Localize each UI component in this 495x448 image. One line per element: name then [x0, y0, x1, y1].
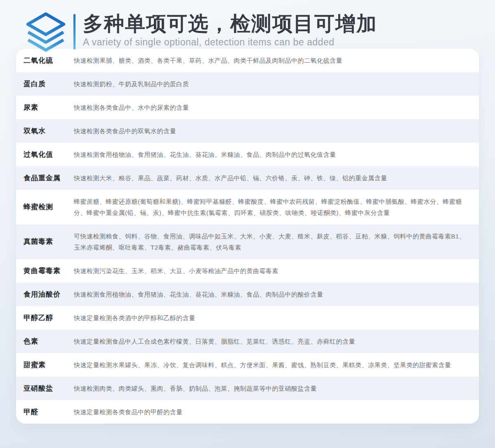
table-row: 尿素 快速检测各类食品中、水中的尿素的含量 — [16, 96, 479, 119]
page-header: 多种单项可选，检测项目可增加 A variety of single optio… — [0, 0, 495, 47]
row-label: 甜蜜素 — [24, 360, 74, 370]
row-description: 快速检测肉类、肉类罐头、熏肉、香肠、奶制品、泡菜、腌制蔬菜等中的亚硝酸盐含量 — [74, 383, 467, 394]
table-row: 蛋白质 快速检测奶粉、牛奶及乳制品中的蛋白质 — [16, 72, 479, 96]
table-row: 二氧化硫 快速检测果脯、糖类、酒类、各类干果、草药、水产品、肉类干鲜品及肉制品中… — [16, 49, 479, 72]
row-label: 过氧化值 — [24, 150, 74, 160]
row-description: 快速定量检测各类酒中的甲醇和乙醇的含量 — [74, 312, 467, 323]
table-row: 黄曲霉毒素 快速检测污染花生、玉米、稻米、大豆、小麦等粮油产品中的黄曲霉毒素 — [16, 259, 479, 283]
row-description: 快速检测各类食品中、水中的尿素的含量 — [74, 102, 467, 113]
row-description: 快速检测各类食品中的双氧水的含量 — [74, 125, 467, 137]
row-description: 蜂蜜蔗糖、蜂蜜还原糖(葡萄糖和果糖)、蜂蜜羟甲基糠醛、蜂蜜酸度、蜂蜜中农药残留、… — [74, 196, 467, 218]
table-row: 食品重金属 快速检测大米、粮谷、果品、蔬菜、药材、水质、水产品中铅、镉、六价铬、… — [16, 166, 479, 190]
row-label: 蛋白质 — [24, 79, 74, 89]
table-row: 甲醇乙醇 快速定量检测各类酒中的甲醇和乙醇的含量 — [16, 306, 479, 330]
row-description: 快速检测食用植物油、食用猪油、花生油、葵花油、米糠油、食品、肉制品中的酸价含量 — [74, 289, 467, 300]
row-label: 食品重金属 — [24, 173, 74, 183]
row-label: 尿素 — [24, 103, 74, 113]
row-label: 甲醛 — [24, 407, 74, 417]
title-block: 多种单项可选，检测项目可增加 A variety of single optio… — [83, 12, 377, 48]
row-description: 可快速检测粮食、饲料、谷物、食用油、调味品中如玉米、大米、小麦、大麦、糙米、麸皮… — [74, 231, 467, 253]
row-description: 快速定量检测食品中人工合成色素柠檬黄、日落黄、胭脂红、苋菜红、诱惑红、亮蓝、赤藓… — [74, 336, 467, 347]
table-row: 亚硝酸盐 快速检测肉类、肉类罐头、熏肉、香肠、奶制品、泡菜、腌制蔬菜等中的亚硝酸… — [16, 377, 479, 400]
row-description: 快速检测食用植物油、食用猪油、花生油、葵花油、米糠油、食品、肉制品中的过氧化值含… — [74, 149, 467, 160]
table-row: 双氧水 快速检测各类食品中的双氧水的含量 — [16, 119, 479, 143]
detection-table: 二氧化硫 快速检测果脯、糖类、酒类、各类干果、草药、水产品、肉类干鲜品及肉制品中… — [16, 49, 479, 424]
stacked-layers-icon — [22, 12, 69, 53]
row-label: 色素 — [24, 337, 74, 347]
page-title: 多种单项可选，检测项目可增加 — [83, 12, 377, 35]
row-label: 真菌毒素 — [24, 237, 74, 247]
row-label: 蜂蜜检测 — [24, 202, 74, 212]
row-description: 快速定量检测水果罐头、果冻、冷饮、复合调味料、糕点、方便米面、果酱、蜜饯、熟制豆… — [74, 359, 467, 370]
row-label: 二氧化硫 — [24, 56, 74, 66]
row-description: 快速检测奶粉、牛奶及乳制品中的蛋白质 — [74, 78, 467, 90]
page-subtitle: A variety of single optional, detection … — [83, 36, 377, 48]
table-row: 食用油酸价 快速检测食用植物油、食用猪油、花生油、葵花油、米糠油、食品、肉制品中… — [16, 283, 479, 306]
row-label: 食用油酸价 — [24, 290, 74, 299]
table-row: 色素 快速定量检测食品中人工合成色素柠檬黄、日落黄、胭脂红、苋菜红、诱惑红、亮蓝… — [16, 330, 479, 353]
table-row: 过氧化值 快速检测食用植物油、食用猪油、花生油、葵花油、米糠油、食品、肉制品中的… — [16, 143, 479, 166]
row-description: 快速检测大米、粮谷、果品、蔬菜、药材、水质、水产品中铅、镉、六价铬、汞、砷、铁、… — [74, 172, 467, 184]
row-description: 快速检测污染花生、玉米、稻米、大豆、小麦等粮油产品中的黄曲霉毒素 — [74, 265, 467, 276]
header-accent-bar — [73, 14, 75, 50]
row-label: 黄曲霉毒素 — [24, 266, 74, 276]
row-label: 双氧水 — [24, 126, 74, 136]
table-row: 甲醛 快速定量检测各类食品中的甲醛的含量 — [16, 400, 479, 424]
row-description: 快速定量检测各类食品中的甲醛的含量 — [74, 406, 467, 417]
row-label: 亚硝酸盐 — [24, 384, 74, 394]
table-row: 蜂蜜检测 蜂蜜蔗糖、蜂蜜还原糖(葡萄糖和果糖)、蜂蜜羟甲基糠醛、蜂蜜酸度、蜂蜜中… — [16, 190, 479, 224]
row-label: 甲醇乙醇 — [24, 313, 74, 323]
table-row: 甜蜜素 快速定量检测水果罐头、果冻、冷饮、复合调味料、糕点、方便米面、果酱、蜜饯… — [16, 353, 479, 377]
row-description: 快速检测果脯、糖类、酒类、各类干果、草药、水产品、肉类干鲜品及肉制品中的二氧化硫… — [74, 55, 467, 66]
table-row: 真菌毒素 可快速检测粮食、饲料、谷物、食用油、调味品中如玉米、大米、小麦、大麦、… — [16, 224, 479, 259]
